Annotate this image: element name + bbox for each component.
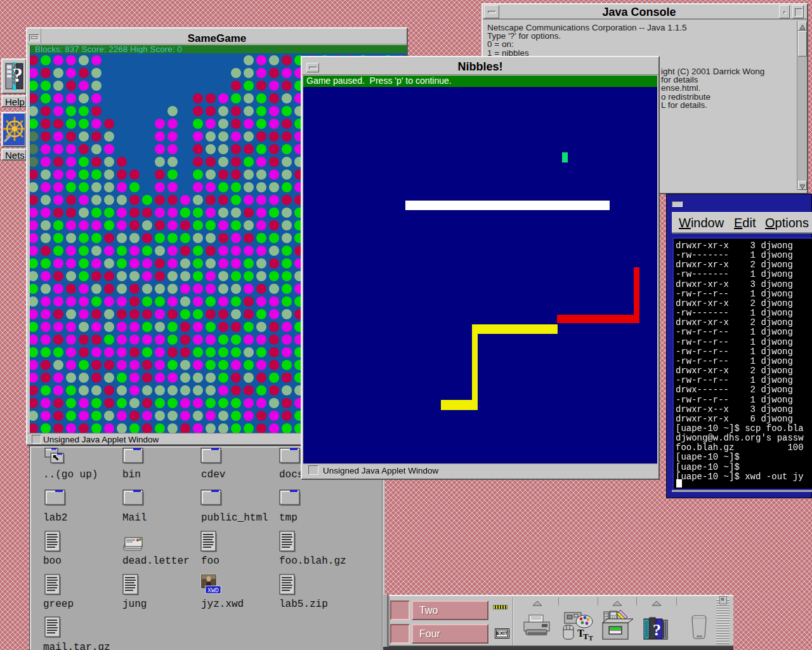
svg-text:XWD: XWD	[207, 587, 219, 594]
svg-text:T: T	[589, 635, 593, 642]
svg-text:?: ?	[653, 621, 661, 639]
svg-text:T: T	[583, 632, 589, 641]
